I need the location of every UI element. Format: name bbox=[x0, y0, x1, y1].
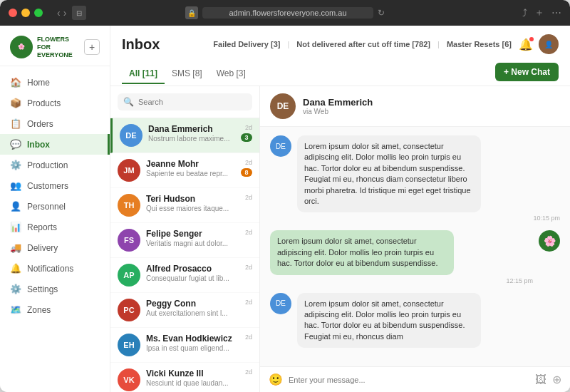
chat-info: Teri Hudson Qui esse maiores itaque... bbox=[146, 194, 242, 212]
sidebar-item-home[interactable]: 🏠 Home bbox=[0, 72, 110, 93]
chat-panel-header: DE Dana Emmerich via Web bbox=[260, 86, 570, 127]
search-box: 🔍 bbox=[110, 86, 259, 118]
chat-name: Vicki Kunze III bbox=[146, 368, 242, 378]
sidebar-item-orders[interactable]: 📋 Orders bbox=[0, 113, 110, 134]
badge-sep-2: | bbox=[437, 40, 440, 48]
tab-all[interactable]: All [11] bbox=[122, 64, 165, 84]
app-body: 🌸 FLOWERS FOR EVERYONE + 🏠 Home 📦 Produc… bbox=[0, 26, 570, 392]
avatar: EH bbox=[118, 334, 140, 356]
chat-item[interactable]: AP Alfred Prosacco Consequatur fugiat ut… bbox=[110, 258, 259, 293]
chat-item[interactable]: PC Peggy Conn Aut exercitationem sint l.… bbox=[110, 293, 259, 328]
search-input[interactable] bbox=[138, 98, 247, 106]
sidebar-item-notifications[interactable]: 🔔 Notifications bbox=[0, 258, 110, 279]
sidebar-item-customers[interactable]: 👥 Customers bbox=[0, 175, 110, 196]
emoji-button[interactable]: 🙂 bbox=[269, 373, 283, 386]
chat-list: 🔍 DE Dana Emmerich Nostrum labore maxime… bbox=[110, 86, 260, 392]
header-top: Inbox Failed Delivery [3] | Not delivere… bbox=[122, 34, 559, 54]
user-avatar[interactable]: 👤 bbox=[539, 34, 559, 54]
content-area: 🔍 DE Dana Emmerich Nostrum labore maxime… bbox=[110, 86, 570, 392]
products-icon: 📦 bbox=[10, 98, 21, 108]
chat-meta: 2d 3 bbox=[241, 124, 252, 142]
chat-name: Teri Hudson bbox=[146, 194, 242, 204]
reports-icon: 📊 bbox=[10, 222, 21, 232]
chat-meta: 2d bbox=[245, 368, 252, 376]
chat-panel-avatar: DE bbox=[270, 93, 296, 119]
tab-sms[interactable]: SMS [8] bbox=[165, 64, 209, 84]
nav-buttons: ‹ › bbox=[57, 7, 66, 19]
chat-item[interactable]: DE Dana Emmerich Nostrum labore maxime..… bbox=[110, 118, 259, 153]
failed-delivery-badge[interactable]: Failed Delivery [3] bbox=[213, 40, 280, 48]
titlebar-actions: ⤴ ＋ ⋯ bbox=[522, 6, 561, 19]
delivery-icon: 🚚 bbox=[10, 242, 21, 253]
chat-message-input[interactable] bbox=[289, 376, 529, 384]
chat-name: Dana Emmerich bbox=[148, 124, 238, 134]
reload-icon[interactable]: ↻ bbox=[378, 8, 385, 18]
master-resets-badge[interactable]: Master Resets [6] bbox=[447, 40, 512, 48]
chat-item[interactable]: JM Jeanne Mohr Sapiente eu beatae repr..… bbox=[110, 153, 259, 188]
new-chat-button[interactable]: + New Chat bbox=[495, 63, 559, 81]
avatar: JM bbox=[118, 159, 140, 182]
sidebar-nav: 🏠 Home 📦 Products 📋 Orders 💬 Inbox ⚙️ bbox=[0, 66, 110, 392]
add-tab-icon[interactable]: ＋ bbox=[534, 6, 544, 19]
close-button[interactable] bbox=[9, 9, 17, 17]
header-badges: Failed Delivery [3] | Not delivered afte… bbox=[213, 34, 559, 54]
chat-meta: 2d bbox=[245, 299, 252, 306]
chat-preview: Aut exercitationem sint l... bbox=[146, 309, 242, 317]
chat-item[interactable]: TH Teri Hudson Qui esse maiores itaque..… bbox=[110, 188, 259, 223]
chat-time: 2d bbox=[245, 299, 252, 306]
nav-forward-icon[interactable]: › bbox=[63, 7, 67, 19]
message-avatar: DE bbox=[270, 135, 291, 157]
chat-panel-info: Dana Emmerich via Web bbox=[303, 97, 373, 115]
avatar: DE bbox=[120, 124, 142, 147]
tab-web[interactable]: Web [3] bbox=[209, 64, 253, 84]
chat-input-row: 🙂 🖼 ⊕ bbox=[269, 373, 561, 386]
avatar: FS bbox=[118, 229, 140, 252]
url-text[interactable]: admin.flowersforeveryone.com.au bbox=[202, 7, 373, 19]
security-icon: 🔒 bbox=[185, 6, 198, 19]
message-text: Lorem ipsum dolor sit amet, consectetur … bbox=[297, 293, 481, 349]
sidebar-item-personnel[interactable]: 👤 Personnel bbox=[0, 196, 110, 217]
sidebar-item-reports[interactable]: 📊 Reports bbox=[0, 217, 110, 237]
traffic-lights bbox=[9, 9, 43, 17]
sidebar-item-production[interactable]: ⚙️ Production bbox=[0, 155, 110, 175]
message-bubble: Lorem ipsum dolor sit amet, consectetur … bbox=[297, 135, 560, 222]
bell-icon[interactable]: 🔔 bbox=[519, 38, 533, 51]
chat-messages: DE Lorem ipsum dolor sit amet, consectet… bbox=[260, 127, 570, 366]
sidebar: 🌸 FLOWERS FOR EVERYONE + 🏠 Home 📦 Produc… bbox=[0, 26, 110, 392]
sidebar-toggle-icon[interactable]: ⊟ bbox=[72, 6, 86, 20]
chat-preview: Nostrum labore maxime... bbox=[148, 135, 238, 143]
sidebar-item-products[interactable]: 📦 Products bbox=[0, 93, 110, 113]
chat-info: Ms. Evan Hodkiewicz Ipsa in est quam eli… bbox=[146, 334, 242, 352]
notifications-icon: 🔔 bbox=[10, 263, 21, 274]
image-upload-button[interactable]: 🖼 bbox=[535, 373, 546, 386]
sidebar-item-delivery[interactable]: 🚚 Delivery bbox=[0, 237, 110, 258]
maximize-button[interactable] bbox=[34, 9, 43, 17]
chat-badge: 8 bbox=[241, 168, 252, 177]
production-icon: ⚙️ bbox=[10, 160, 21, 170]
chat-info: Vicki Kunze III Nesciunt id quae laudan.… bbox=[146, 368, 242, 387]
sidebar-item-settings[interactable]: ⚙️ Settings bbox=[0, 279, 110, 299]
chat-name: Felipe Senger bbox=[146, 229, 242, 239]
chat-meta: 2d bbox=[245, 229, 252, 236]
chat-input-area: 🙂 🖼 ⊕ bbox=[260, 366, 570, 392]
chat-item[interactable]: VK Vicki Kunze III Nesciunt id quae laud… bbox=[110, 363, 259, 392]
send-button[interactable]: ⊕ bbox=[552, 373, 561, 386]
chat-preview: Ipsa in est quam eligend... bbox=[146, 344, 242, 352]
message-avatar: DE bbox=[270, 293, 291, 314]
minimize-button[interactable] bbox=[21, 9, 30, 17]
message-row: DE Lorem ipsum dolor sit amet, consectet… bbox=[270, 135, 560, 222]
sidebar-item-inbox[interactable]: 💬 Inbox bbox=[0, 134, 110, 155]
sidebar-logo: 🌸 FLOWERS FOR EVERYONE + bbox=[0, 26, 110, 66]
message-row: Lorem ipsum dolor sit amet, consectetur … bbox=[270, 230, 560, 284]
chat-time: 2d bbox=[245, 159, 252, 166]
chat-item[interactable]: EH Ms. Evan Hodkiewicz Ipsa in est quam … bbox=[110, 328, 259, 363]
nav-back-icon[interactable]: ‹ bbox=[57, 7, 61, 19]
chat-meta: 2d bbox=[245, 194, 252, 201]
sidebar-item-zones[interactable]: 🗺️ Zones bbox=[0, 299, 110, 320]
chat-panel-name: Dana Emmerich bbox=[303, 97, 373, 108]
menu-icon[interactable]: ⋯ bbox=[551, 7, 561, 19]
not-delivered-badge[interactable]: Not delivered after cut off time [782] bbox=[296, 40, 430, 48]
share-icon[interactable]: ⤴ bbox=[522, 7, 527, 19]
chat-item[interactable]: FS Felipe Senger Veritatis magni aut dol… bbox=[110, 223, 259, 258]
sidebar-expand-button[interactable]: + bbox=[84, 39, 100, 55]
